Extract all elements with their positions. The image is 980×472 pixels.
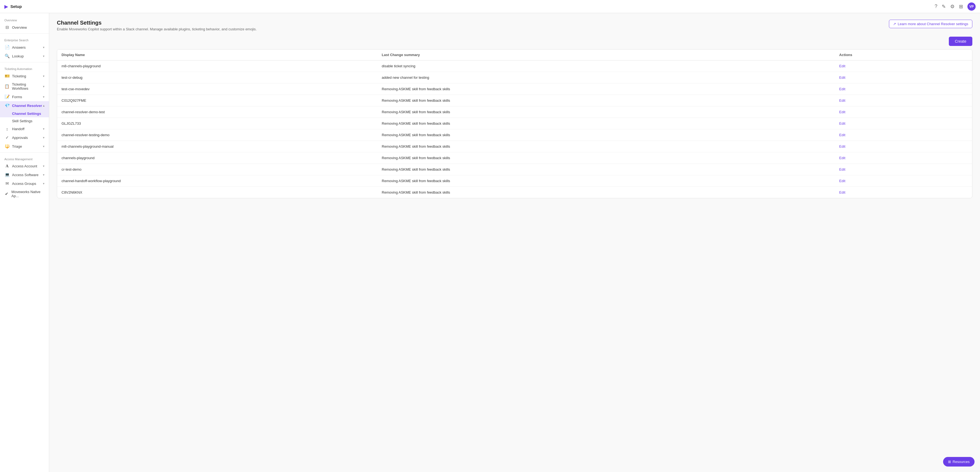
topbar: ▶ Setup ? ✎ ⚙ ⊞ VP [0, 0, 980, 13]
table-row: channel-handoff-workflow-playgroundRemov… [57, 175, 972, 187]
cell-actions: Edit [835, 118, 972, 129]
cell-display-name: GLJGZL733 [57, 118, 377, 129]
sidebar-item-access-software[interactable]: 💻 Access Software ▾ [0, 170, 49, 179]
table-header: Display Name Last Change summary Actions [57, 49, 972, 60]
cell-actions: Edit [835, 141, 972, 152]
cell-display-name: test-cr-debug [57, 72, 377, 83]
enterprise-search-label: Enterprise Search [0, 35, 49, 43]
avatar[interactable]: VP [967, 2, 975, 11]
col-header-actions: Actions [835, 49, 972, 60]
cell-last-change: Removing ASKME skill from feedback skill… [377, 106, 835, 118]
edit-link[interactable]: Edit [839, 133, 845, 137]
cell-actions: Edit [835, 60, 972, 72]
sidebar-item-channel-resolver[interactable]: 💎 Channel Resolver ▴ [0, 101, 49, 110]
cell-actions: Edit [835, 95, 972, 106]
cell-last-change: Removing ASKME skill from feedback skill… [377, 141, 835, 152]
learn-more-button[interactable]: ↗ Learn more about Channel Resolver sett… [889, 20, 972, 28]
sidebar-sub-item-skill-settings[interactable]: Skill Settings [0, 117, 49, 125]
edit-link[interactable]: Edit [839, 167, 845, 172]
edit-link[interactable]: Edit [839, 64, 845, 68]
grid-icon[interactable]: ⊞ [959, 3, 963, 10]
channel-resolver-icon: 💎 [5, 103, 10, 108]
sidebar-item-handoff-label: Handoff [12, 127, 24, 131]
table-row: channels-playgroundRemoving ASKME skill … [57, 152, 972, 164]
topbar-left: ▶ Setup [5, 3, 22, 10]
access-groups-icon: ✉ [5, 181, 10, 186]
sidebar-item-forms-label: Forms [12, 95, 22, 99]
channel-resolver-chevron-icon: ▴ [43, 104, 45, 108]
cell-display-name: cr-test-demo [57, 164, 377, 175]
edit-link[interactable]: Edit [839, 110, 845, 114]
table-row: C012Q927FMERemoving ASKME skill from fee… [57, 95, 972, 106]
cell-display-name: channel-handoff-workflow-playground [57, 175, 377, 187]
edit-link[interactable]: Edit [839, 75, 845, 79]
edit-link[interactable]: Edit [839, 145, 845, 148]
resources-button[interactable]: ⊞ Resources [943, 457, 975, 467]
sidebar-item-overview[interactable]: ⊟ Overview [0, 23, 49, 32]
table-row: channel-resolver-demo-testRemoving ASKME… [57, 106, 972, 118]
sidebar-item-triage-label: Triage [12, 145, 22, 148]
cell-last-change: Removing ASKME skill from feedback skill… [377, 187, 835, 198]
access-account-icon: A [5, 164, 10, 168]
page-title: Channel Settings [57, 20, 257, 26]
sidebar: Overview ⊟ Overview Enterprise Search 📄 … [0, 13, 49, 472]
approvals-icon: ✓ [5, 135, 10, 140]
cell-display-name: channel-resolver-demo-test [57, 106, 377, 118]
sidebar-item-handoff[interactable]: ↕ Handoff ▾ [0, 125, 49, 133]
sidebar-item-moveworks-native[interactable]: ✔ Moveworks Native Ap... [0, 188, 49, 200]
help-icon[interactable]: ? [935, 3, 937, 9]
ticketing-section-label: Ticketing Automation [0, 64, 49, 72]
sidebar-item-ticketing[interactable]: 🎫 Ticketing ▾ [0, 72, 49, 80]
main-content: Channel Settings Enable Moveworks Copilo… [49, 13, 980, 472]
edit-icon[interactable]: ✎ [942, 3, 946, 10]
cell-last-change: Removing ASKME skill from feedback skill… [377, 175, 835, 187]
sidebar-item-triage[interactable]: 🔱 Triage ▾ [0, 142, 49, 151]
cell-last-change: Removing ASKME skill from feedback skill… [377, 129, 835, 141]
sidebar-item-access-groups[interactable]: ✉ Access Groups ▾ [0, 179, 49, 188]
cell-last-change: disable ticket syncing [377, 60, 835, 72]
settings-icon[interactable]: ⚙ [950, 3, 955, 10]
cell-display-name: test-cse-movedev [57, 83, 377, 95]
skill-settings-label: Skill Settings [12, 119, 32, 123]
forms-chevron-icon: ▾ [43, 95, 45, 99]
edit-link[interactable]: Edit [839, 121, 845, 126]
edit-link[interactable]: Edit [839, 87, 845, 91]
sidebar-item-lookup-label: Lookup [12, 54, 24, 58]
sidebar-sub-item-channel-settings[interactable]: Channel Settings [0, 110, 49, 117]
edit-link[interactable]: Edit [839, 99, 845, 103]
sidebar-item-ticketing-label: Ticketing [12, 74, 26, 78]
edit-link[interactable]: Edit [839, 156, 845, 160]
cell-display-name: C8V2N6KNX [57, 187, 377, 198]
sidebar-item-lookup[interactable]: 🔍 Lookup ▾ [0, 52, 49, 60]
learn-more-label: Learn more about Channel Resolver settin… [898, 22, 968, 26]
col-header-display-name: Display Name [57, 49, 377, 60]
table-row: cr-test-demoRemoving ASKME skill from fe… [57, 164, 972, 175]
handoff-chevron-icon: ▾ [43, 127, 45, 131]
sidebar-item-access-account[interactable]: A Access Account ▾ [0, 162, 49, 170]
sidebar-item-ticketing-workflows[interactable]: 📋 Ticketing Workflows ▾ [0, 80, 49, 92]
cell-actions: Edit [835, 83, 972, 95]
create-button[interactable]: Create [949, 37, 972, 46]
sidebar-item-channel-resolver-label: Channel Resolver [12, 104, 42, 108]
ticketing-icon: 🎫 [5, 73, 10, 78]
cell-display-name: m8-channels-playground-manual [57, 141, 377, 152]
cell-last-change: Removing ASKME skill from feedback skill… [377, 95, 835, 106]
channel-settings-table: Display Name Last Change summary Actions… [57, 49, 972, 198]
table-row: m8-channels-playground-manualRemoving AS… [57, 141, 972, 152]
sidebar-item-answers[interactable]: 📄 Answers ▾ [0, 43, 49, 52]
moveworks-native-icon: ✔ [5, 191, 9, 196]
col-header-last-change: Last Change summary [377, 49, 835, 60]
cell-display-name: channel-resolver-testing-demo [57, 129, 377, 141]
resources-icon: ⊞ [948, 460, 951, 464]
ticketing-workflows-chevron-icon: ▾ [43, 85, 45, 88]
cell-last-change: Removing ASKME skill from feedback skill… [377, 83, 835, 95]
edit-link[interactable]: Edit [839, 179, 845, 183]
access-groups-chevron-icon: ▾ [43, 182, 45, 185]
cell-last-change: Removing ASKME skill from feedback skill… [377, 152, 835, 164]
table-row: C8V2N6KNXRemoving ASKME skill from feedb… [57, 187, 972, 198]
sidebar-item-forms[interactable]: 📝 Forms ▾ [0, 92, 49, 101]
sidebar-item-approvals[interactable]: ✓ Approvals ▾ [0, 133, 49, 142]
sidebar-item-answers-label: Answers [12, 45, 26, 49]
cell-last-change: added new channel for testing [377, 72, 835, 83]
edit-link[interactable]: Edit [839, 190, 845, 194]
